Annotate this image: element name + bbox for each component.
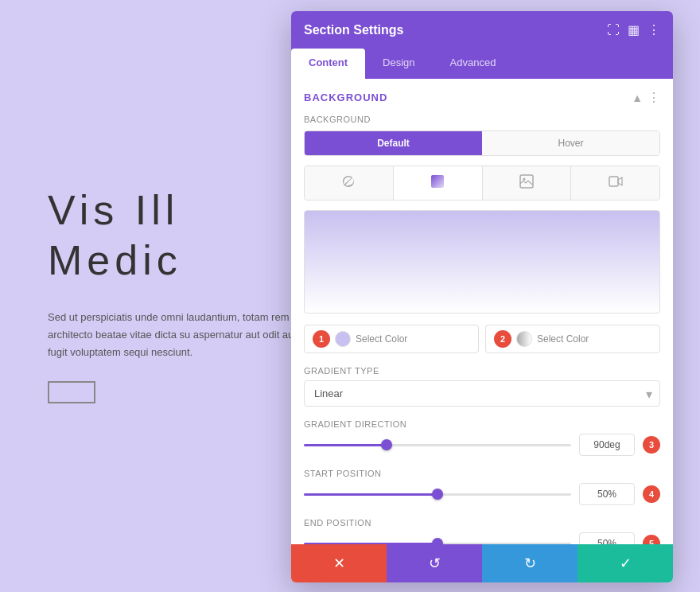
step-badge-4: 4 — [643, 485, 660, 503]
color-label-1: Select Color — [356, 333, 407, 345]
bg-type-video[interactable] — [571, 166, 659, 200]
panel-body: Background ▲ ⋮ Background Default Hover — [291, 79, 673, 544]
end-position-track — [304, 543, 571, 545]
section-actions: ▲ ⋮ — [632, 90, 660, 105]
page-title: Vis Ill Medic — [48, 185, 318, 285]
tab-advanced[interactable]: Advanced — [433, 49, 514, 79]
section-header: Background ▲ ⋮ — [304, 90, 660, 105]
page-body-text: Sed ut perspiciatis unde omni laudantium… — [48, 309, 318, 361]
color-label-2: Select Color — [537, 333, 589, 345]
svg-point-2 — [523, 178, 525, 181]
panel-header: Section Settings ⛶ ▦ ⋮ — [291, 11, 673, 49]
gradient-direction-slider-container — [304, 437, 571, 453]
gradient-type-select[interactable]: Linear Radial — [304, 380, 660, 407]
end-position-label: End Position — [304, 518, 660, 528]
section-title: Background — [304, 92, 387, 103]
bg-type-image[interactable] — [483, 166, 572, 200]
start-position-track — [304, 493, 571, 496]
panel-footer: ✕ ↺ ↻ ✓ — [291, 544, 673, 582]
end-position-slider-row: 50% 5 — [304, 532, 660, 544]
step-badge-3: 3 — [643, 436, 660, 454]
end-position-group: End Position 50% 5 — [304, 518, 660, 544]
bg-type-gradient[interactable] — [394, 166, 483, 200]
start-position-group: Start Position 50% 4 — [304, 469, 660, 505]
sub-tabs: Default Hover — [304, 130, 660, 156]
color-picker-2[interactable]: 2 Select Color — [485, 325, 660, 353]
background-field-label: Background — [304, 115, 660, 124]
gradient-direction-label: Gradient Direction — [304, 419, 660, 429]
gradient-direction-group: Gradient Direction 90deg 3 — [304, 419, 660, 456]
end-position-value[interactable]: 50% — [579, 532, 635, 544]
start-position-slider-container — [304, 486, 571, 502]
tab-design[interactable]: Design — [365, 49, 432, 79]
color-badge-2: 2 — [494, 330, 511, 348]
panel-title: Section Settings — [304, 23, 403, 37]
end-position-slider-container — [304, 536, 571, 544]
sub-tab-default[interactable]: Default — [305, 131, 482, 155]
panel-tabs: Content Design Advanced — [291, 49, 673, 79]
gradient-type-group: Gradient Type Linear Radial — [304, 366, 660, 407]
start-position-label: Start Position — [304, 469, 660, 478]
start-position-slider-row: 50% 4 — [304, 483, 660, 505]
svg-rect-0 — [431, 175, 444, 188]
cancel-button[interactable]: ✕ — [291, 544, 387, 582]
tab-content[interactable]: Content — [291, 49, 365, 79]
color-swatch-2 — [516, 331, 532, 347]
reset-button[interactable]: ↺ — [387, 544, 482, 582]
color-swatch-1 — [335, 331, 351, 347]
gradient-direction-track — [304, 444, 571, 446]
start-position-thumb[interactable] — [432, 489, 443, 500]
color-picker-1[interactable]: 1 Select Color — [304, 325, 479, 353]
step-badge-5: 5 — [643, 535, 660, 544]
redo-button[interactable]: ↻ — [482, 544, 578, 582]
panel-header-icons: ⛶ ▦ ⋮ — [607, 22, 660, 37]
sub-tab-hover[interactable]: Hover — [482, 131, 659, 155]
gradient-direction-thumb[interactable] — [381, 439, 392, 450]
bg-type-icons — [304, 166, 660, 201]
fullscreen-icon[interactable]: ⛶ — [607, 23, 620, 37]
svg-rect-3 — [609, 177, 618, 186]
color-pickers-row: 1 Select Color 2 Select Color — [304, 325, 660, 353]
bg-type-none[interactable] — [305, 166, 394, 200]
columns-icon[interactable]: ▦ — [628, 22, 640, 37]
settings-panel: Section Settings ⛶ ▦ ⋮ Content Design Ad… — [291, 11, 673, 582]
color-badge-1: 1 — [313, 330, 330, 348]
gradient-preview — [304, 210, 660, 314]
page-content: Vis Ill Medic Sed ut perspiciatis unde o… — [48, 185, 318, 406]
start-position-value[interactable]: 50% — [579, 483, 635, 505]
gradient-direction-slider-row: 90deg 3 — [304, 434, 660, 456]
section-more-icon[interactable]: ⋮ — [648, 90, 660, 105]
gradient-type-label: Gradient Type — [304, 366, 660, 376]
collapse-icon[interactable]: ▲ — [632, 92, 643, 104]
page-cta-button[interactable] — [48, 381, 95, 403]
background-section: Background ▲ ⋮ Background Default Hover — [291, 79, 673, 544]
gradient-direction-value[interactable]: 90deg — [579, 434, 635, 456]
end-position-thumb[interactable] — [432, 538, 443, 544]
save-button[interactable]: ✓ — [578, 544, 673, 582]
gradient-type-select-wrapper: Linear Radial — [304, 380, 660, 407]
more-options-icon[interactable]: ⋮ — [648, 22, 660, 37]
